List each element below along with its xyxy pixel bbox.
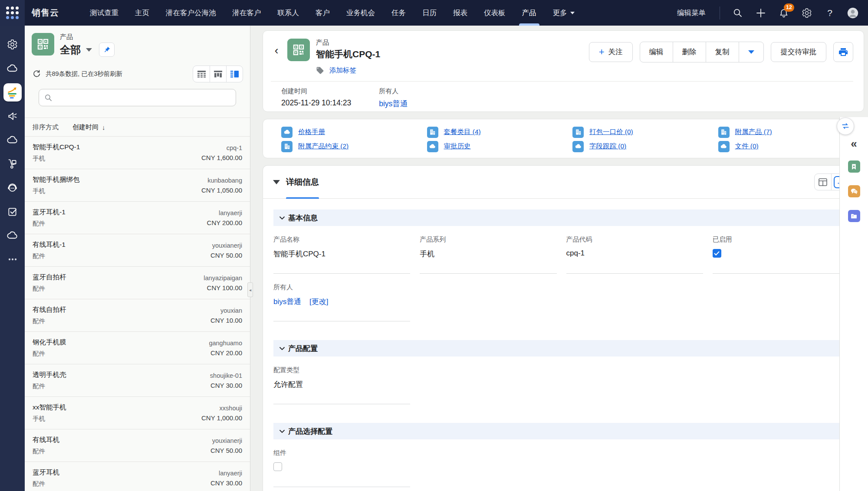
- list-item-category: 手机: [33, 415, 66, 423]
- list-item[interactable]: 智能手机捆绑包 手机 kunbaobang CNY 1,050.00: [25, 169, 250, 202]
- global-search-button[interactable]: [732, 7, 743, 19]
- nav-item[interactable]: 主页: [127, 0, 158, 26]
- delete-button[interactable]: 删除: [673, 42, 706, 62]
- nav-item[interactable]: 联系人: [270, 0, 308, 26]
- split-view-button-active[interactable]: [226, 66, 243, 82]
- related-link-label: 价格手册: [298, 128, 325, 137]
- split-view-icon: [230, 70, 239, 78]
- kanban-view-button[interactable]: [210, 66, 226, 82]
- list-item[interactable]: xx智能手机 手机 xxshouji CNY 1,000.00: [25, 397, 250, 429]
- record-entity-label: 产品: [316, 39, 380, 47]
- list-search-box[interactable]: [39, 89, 236, 106]
- nav-item[interactable]: 任务: [383, 0, 414, 26]
- section-basic-info[interactable]: 基本信息: [273, 209, 849, 226]
- more-actions-button[interactable]: [739, 42, 763, 62]
- rail-marketing-app-button[interactable]: [0, 104, 25, 128]
- list-item-price: CNY 100.00: [204, 284, 242, 291]
- list-item-code: xxshouji: [201, 405, 242, 412]
- edit-button[interactable]: 编辑: [640, 42, 673, 62]
- related-link[interactable]: 附属产品约束 (2): [281, 141, 427, 152]
- sort-bar: 排序方式 创建时间 ↓: [25, 118, 250, 137]
- section-product-selection-config[interactable]: 产品选择配置: [273, 423, 849, 439]
- list-item[interactable]: 有线自拍杆 配件 youxian CNY 10.00: [25, 299, 250, 332]
- nav-item[interactable]: 潜在客户公海池: [158, 0, 224, 26]
- check-icon: [714, 251, 720, 256]
- rail-sales-app-button-active[interactable]: [0, 80, 25, 104]
- rail-cloud-app-button-2[interactable]: [0, 128, 25, 152]
- create-new-button[interactable]: [755, 7, 766, 19]
- list-item[interactable]: 有线耳机-1 配件 youxianerji CNY 50.00: [25, 234, 250, 267]
- nav-item[interactable]: 测试查重: [82, 0, 127, 26]
- list-item[interactable]: 蓝牙自拍杆 配件 lanyazipaigan CNY 100.00: [25, 267, 250, 299]
- rail-cloud-app-button[interactable]: [0, 56, 25, 80]
- tab-detail-info[interactable]: 详细信息: [286, 166, 319, 199]
- headset-chat-icon: [7, 182, 18, 193]
- related-link[interactable]: 审批历史: [427, 141, 573, 152]
- rail-tasks-app-button[interactable]: [0, 200, 25, 223]
- owner-link[interactable]: biys普通: [379, 98, 408, 109]
- component-checkbox-unchecked[interactable]: [273, 462, 282, 471]
- notifications-button[interactable]: 12: [778, 7, 789, 19]
- rail-more-apps-button[interactable]: [0, 247, 25, 271]
- pin-view-button[interactable]: [99, 43, 115, 57]
- print-button[interactable]: [833, 42, 853, 62]
- nav-item[interactable]: 客户: [307, 0, 338, 26]
- nav-item[interactable]: 潜在客户: [224, 0, 270, 26]
- list-item[interactable]: 钢化手机膜 配件 ganghuamo CNY 20.00: [25, 332, 250, 364]
- list-item[interactable]: 蓝牙耳机-1 配件 lanyaerji CNY 200.00: [25, 202, 250, 234]
- files-folder-button[interactable]: [848, 210, 860, 222]
- list-item[interactable]: 透明手机壳 配件 shoujike-01 CNY 30.00: [25, 364, 250, 397]
- nav-item[interactable]: 报表: [445, 0, 476, 26]
- panel-collapse-handle[interactable]: ◂: [247, 282, 253, 297]
- bookmark-star-button[interactable]: [848, 160, 860, 173]
- toggle-sidebar-button[interactable]: [837, 118, 854, 135]
- edit-menu-button[interactable]: 编辑菜单: [677, 8, 706, 18]
- sort-field-button[interactable]: 创建时间: [72, 123, 99, 131]
- user-avatar-button[interactable]: [847, 7, 858, 19]
- app-launcher-button[interactable]: [0, 0, 25, 26]
- enabled-checkbox-checked[interactable]: [713, 249, 721, 258]
- settings-button[interactable]: [801, 7, 812, 19]
- list-item[interactable]: 有线耳机 配件 youxianerji CNY 50.00: [25, 429, 250, 462]
- help-button[interactable]: ?: [824, 7, 835, 19]
- list-item-code: youxian: [210, 307, 242, 314]
- nav-item[interactable]: 产品: [514, 0, 545, 26]
- compact-layout-button[interactable]: [815, 174, 831, 190]
- owner-value-link[interactable]: biys普通: [273, 298, 301, 306]
- related-link[interactable]: 字段跟踪 (0): [572, 141, 718, 152]
- nav-item-label: 测试查重: [90, 8, 118, 18]
- refresh-button[interactable]: [32, 69, 41, 79]
- nav-item-more[interactable]: 更多: [545, 0, 583, 26]
- submit-approval-button[interactable]: 提交待审批: [771, 42, 827, 62]
- clone-button[interactable]: 复制: [706, 42, 739, 62]
- chevron-down-icon: [279, 347, 285, 350]
- back-button[interactable]: ‹: [271, 45, 282, 56]
- nav-item-label: 日历: [422, 8, 437, 18]
- list-item-category: 手机: [33, 187, 80, 195]
- related-link[interactable]: 价格手册: [281, 127, 427, 138]
- nav-item[interactable]: 仪表板: [476, 0, 514, 26]
- rail-cloud-app-button-3[interactable]: [0, 223, 25, 247]
- view-selector-chevron-down-icon[interactable]: [86, 48, 92, 52]
- search-input[interactable]: [57, 94, 230, 101]
- rail-settings-button[interactable]: [0, 33, 25, 56]
- related-link[interactable]: 打包一口价 (0): [572, 127, 718, 138]
- related-link[interactable]: 套餐类目 (4): [427, 127, 573, 138]
- related-link-label: 套餐类目 (4): [444, 128, 481, 137]
- nav-divider: [720, 7, 720, 20]
- list-item[interactable]: 智能手机CPQ-1 手机 cpq-1 CNY 1,600.00: [25, 137, 250, 169]
- nav-item[interactable]: 日历: [414, 0, 445, 26]
- field-label: 组件: [273, 449, 410, 457]
- collapse-caret-icon[interactable]: [273, 180, 280, 184]
- section-product-config[interactable]: 产品配置: [273, 340, 849, 357]
- rail-inventory-app-button[interactable]: [0, 152, 25, 176]
- collapse-rail-button[interactable]: «: [851, 138, 857, 149]
- chat-messages-button[interactable]: [848, 185, 860, 197]
- add-tag-link[interactable]: 添加标签: [329, 66, 356, 75]
- follow-button[interactable]: + 关注: [589, 42, 633, 62]
- list-item[interactable]: 蓝牙耳机 配件 lanyaerji CNY 30.00: [25, 462, 250, 491]
- table-view-button[interactable]: [193, 66, 210, 82]
- nav-item[interactable]: 业务机会: [338, 0, 383, 26]
- rail-service-app-button[interactable]: [0, 176, 25, 200]
- change-owner-link[interactable]: [更改]: [309, 298, 328, 306]
